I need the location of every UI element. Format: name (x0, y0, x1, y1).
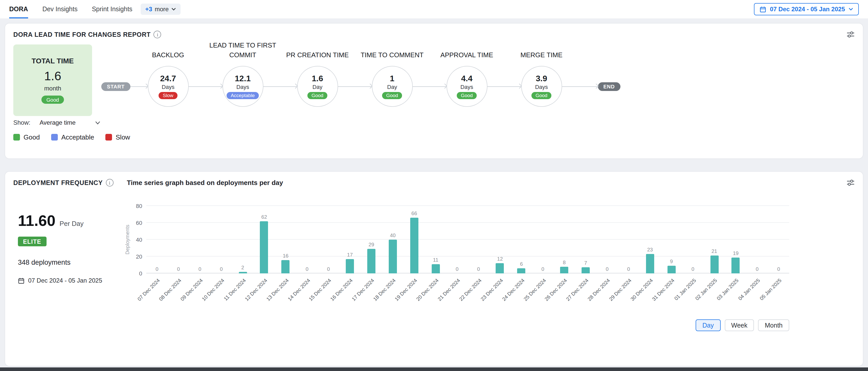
bar-slot: 0 (446, 206, 468, 273)
deployment-date-range-label: 07 Dec 2024 - 05 Jan 2025 (28, 277, 102, 284)
show-dropdown[interactable]: Show: Average time (13, 119, 100, 126)
more-tabs-label: more (155, 6, 169, 13)
status-badge: Good (382, 92, 402, 99)
bar-slot: 0 (211, 206, 232, 273)
total-time-unit: month (44, 85, 61, 92)
deployment-total: 348 deployments (18, 259, 124, 266)
bar-slot: 0 (297, 206, 318, 273)
y-axis-labels: 020406080 (131, 206, 146, 273)
deployment-card-header: DEPLOYMENT FREQUENCY Time series graph b… (13, 179, 855, 187)
stage-value: 12.1 (235, 74, 251, 83)
lead-time-card: DORA LEAD TIME FOR CHANGES REPORT TOTAL … (5, 24, 863, 159)
legend-label: Slow (116, 133, 130, 141)
bar-slot: 11 (425, 206, 446, 273)
legend-swatch (13, 134, 20, 140)
show-value: Average time (40, 119, 76, 126)
page: DORADev InsightsSprint Insights +3 more … (0, 0, 868, 371)
bar[interactable] (646, 254, 654, 273)
stage-circle: 1DayGood (372, 66, 412, 107)
stage-name: TIME TO COMMENT (353, 50, 431, 60)
bar[interactable] (367, 249, 375, 273)
stage-merge-time: MERGE TIME3.9DaysGood (521, 66, 562, 107)
lead-time-flow: TOTAL TIME 1.6 month Good START BACKLOG2… (13, 44, 855, 116)
bar[interactable] (710, 256, 718, 273)
bar-slot: 0 (746, 206, 768, 273)
bar-value-label: 0 (763, 266, 795, 272)
date-range-picker[interactable]: 07 Dec 2024 - 05 Jan 2025 (754, 3, 859, 15)
stage-value: 1.6 (312, 74, 323, 83)
deployment-body: 11.60 Per Day ELITE 348 deployments 07 D… (13, 187, 855, 331)
deployment-settings-button[interactable] (846, 179, 855, 187)
bar[interactable] (582, 268, 590, 273)
stage-unit: Day (387, 83, 397, 90)
tab-dora[interactable]: DORA (9, 0, 28, 19)
bar[interactable] (389, 240, 397, 273)
bar[interactable] (431, 264, 440, 273)
bar-slot: 0 (682, 206, 704, 273)
bar-slot: 21 (704, 206, 725, 273)
toggle-week[interactable]: Week (724, 319, 754, 331)
stage-name: APPROVAL TIME (428, 50, 506, 60)
stage-unit: Days (535, 83, 548, 90)
chart-title: Time series graph based on deployments p… (127, 179, 283, 187)
legend-item: Acceptable (51, 133, 94, 141)
toggle-month[interactable]: Month (758, 319, 789, 331)
bar[interactable] (667, 266, 675, 273)
bar[interactable] (239, 272, 247, 273)
bar-slot: 0 (768, 206, 789, 273)
bar[interactable] (260, 221, 268, 273)
stage-value: 1 (390, 74, 394, 83)
plot-column: 0000262160017294066110012608700239021190… (146, 206, 789, 314)
y-tick-label: 60 (136, 220, 143, 226)
stage-unit: Days (460, 83, 473, 90)
status-badge: Good (307, 92, 328, 99)
total-time-box: TOTAL TIME 1.6 month Good (13, 44, 92, 116)
lead-time-settings-button[interactable] (846, 31, 855, 38)
toggle-day[interactable]: Day (696, 319, 720, 331)
legend-label: Good (24, 133, 40, 141)
stage-circle: 4.4DaysGood (446, 66, 487, 107)
more-tabs-button[interactable]: +3 more (141, 4, 181, 15)
chevron-down-icon (95, 121, 100, 125)
info-icon[interactable] (154, 31, 161, 38)
bar-slot: 0 (146, 206, 168, 273)
granularity-toggle: DayWeekMonth (124, 319, 789, 331)
lead-time-card-title: DORA LEAD TIME FOR CHANGES REPORT (13, 31, 151, 38)
sliders-icon (846, 179, 855, 187)
bar[interactable] (410, 218, 418, 273)
bar-slot: 0 (468, 206, 489, 273)
status-badge: Acceptable (226, 92, 259, 99)
deployment-date-range: 07 Dec 2024 - 05 Jan 2025 (18, 277, 124, 284)
deployment-rate-unit: Per Day (60, 220, 84, 227)
bar-slot: 16 (275, 206, 297, 273)
chevron-down-icon (172, 8, 176, 11)
flow-arrow-icon (412, 86, 446, 87)
deployment-card-title: DEPLOYMENT FREQUENCY (13, 179, 103, 186)
bottom-edge (0, 367, 868, 371)
deployment-frequency-card: DEPLOYMENT FREQUENCY Time series graph b… (5, 172, 863, 366)
bar[interactable] (282, 260, 290, 273)
x-axis-labels: 07 Dec 202408 Dec 202409 Dec 202410 Dec … (146, 273, 789, 314)
y-tick-label: 20 (136, 254, 143, 260)
lead-time-card-header: DORA LEAD TIME FOR CHANGES REPORT (13, 31, 855, 38)
bar[interactable] (560, 267, 568, 273)
deployment-title-group: DEPLOYMENT FREQUENCY (13, 179, 124, 187)
stage-pr-creation-time: PR CREATION TIME1.6DayGood (297, 66, 338, 107)
stage-approval-time: APPROVAL TIME4.4DaysGood (446, 66, 487, 107)
tab-sprint-insights[interactable]: Sprint Insights (92, 0, 132, 19)
sliders-icon (846, 31, 855, 38)
y-axis-title: Deployments (124, 206, 131, 273)
elite-badge: ELITE (18, 237, 46, 246)
info-icon[interactable] (106, 179, 114, 187)
x-tick: 05 Jan 2025 (768, 273, 789, 314)
flow-arrow-icon (338, 86, 372, 87)
tab-dev-insights[interactable]: Dev Insights (42, 0, 78, 19)
bar[interactable] (346, 259, 354, 273)
bar[interactable] (517, 268, 526, 273)
bar[interactable] (496, 263, 504, 273)
bar-slot: 17 (339, 206, 361, 273)
stage-value: 4.4 (461, 74, 473, 83)
calendar-icon (760, 6, 766, 12)
start-pill: START (101, 82, 130, 91)
bar[interactable] (732, 257, 740, 273)
